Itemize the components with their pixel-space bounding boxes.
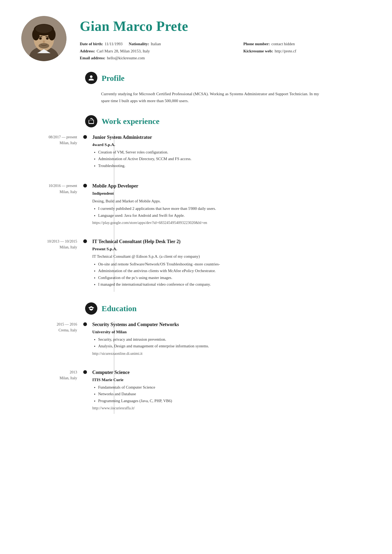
address-label: Address: [80, 48, 95, 54]
bullet-item: I currently published 2 applications tha… [98, 206, 371, 212]
phone-item: Phone number: contact hidden [243, 41, 371, 47]
bullet-item: Networks and Database [98, 391, 371, 397]
entry-dot-3 [83, 239, 87, 243]
header-info: Gian Marco Prete Date of birth: 11/11/19… [80, 16, 371, 61]
address-item: Address: Carl Marx 28, Milan 20153, Ital… [80, 48, 235, 54]
work-entry-2: 10/2016 — present Milan, Italy Mobile Ap… [21, 182, 371, 228]
edu-bullets-1: Security, privacy and intrusion preventi… [98, 336, 371, 349]
edu-bullets-2: Fundamentals of Computer Science Network… [98, 384, 371, 404]
dob-item: Date of birth: 11/11/1993 Nationality: I… [80, 41, 235, 47]
edu-date-2: 2013 Milan, Italy [21, 369, 85, 414]
nationality-label: Nationality: [129, 41, 149, 47]
bullet-item: Creation of VM, Server roles configurati… [98, 149, 371, 155]
edu-entry-2: 2013 Milan, Italy Computer Science ITIS … [21, 369, 371, 414]
edu-content-1: Security Systems and Computer Networks U… [92, 321, 371, 359]
entry-dot-1 [83, 135, 87, 139]
address-value: Carl Marx 28, Milan 20153, Italy [97, 48, 150, 54]
full-name: Gian Marco Prete [80, 16, 371, 37]
phone-label: Phone number: [243, 41, 270, 47]
work-header: Work experience [85, 115, 371, 127]
web-label: Kickresume web: [243, 48, 273, 54]
bullet-item: Administration of the antivirus clients … [98, 268, 371, 274]
work-title: Work experience [102, 115, 159, 127]
profile-icon [85, 72, 97, 84]
entry-bullets-2: I currently published 2 applications tha… [98, 206, 371, 218]
entry-content-1: Junior System Administrator 4ward S.p.A.… [92, 134, 371, 173]
profile-section: Profile Currently studying for Microsoft… [21, 72, 371, 105]
education-header: Education [85, 302, 371, 315]
web-value: http://prete.cf [275, 48, 296, 54]
education-section: Education 2015 — 2016 Crema, Italy Secur… [21, 302, 371, 414]
entry-content-2: Mobile App Developer Indipendent Desing,… [92, 182, 371, 228]
bullet-item: Security, privacy and intrusion preventi… [98, 336, 371, 343]
edu-date-1: 2015 — 2016 Crema, Italy [21, 321, 85, 359]
work-section: Work experience 08/2017 — present Milan,… [21, 115, 371, 292]
nationality-value: Italian [151, 41, 161, 47]
svg-point-14 [39, 43, 49, 48]
web-item: Kickresume web: http://prete.cf [243, 48, 371, 54]
work-entry-3: 10/2013 — 10/2015 Milan, Italy IT Techni… [21, 238, 371, 292]
education-title: Education [102, 302, 137, 314]
profile-header: Profile [85, 72, 371, 84]
avatar [21, 16, 66, 61]
entry-bullets-3: On-site and remote Software/Network/OS T… [98, 261, 371, 288]
education-icon [85, 302, 97, 315]
edu-entry-1: 2015 — 2016 Crema, Italy Security System… [21, 321, 371, 359]
bullet-item: Administration of Active Directory, SCCM… [98, 156, 371, 162]
contact-grid: Date of birth: 11/11/1993 Nationality: I… [80, 41, 371, 61]
svg-point-8 [35, 24, 52, 33]
edu-dot-1 [83, 322, 87, 326]
edu-content-2: Computer Science ITIS Marie Curie Fundam… [92, 369, 371, 414]
email-value: hello@kickresume.com [107, 55, 145, 61]
header: Gian Marco Prete Date of birth: 11/11/19… [21, 16, 371, 61]
phone-value: contact hidden [272, 41, 295, 47]
entry-date-1: 08/2017 — present Milan, Italy [21, 134, 85, 173]
bullet-item: Language used: Java for Android and Swif… [98, 213, 371, 219]
entry-bullets-1: Creation of VM, Server roles configurati… [98, 149, 371, 169]
bullet-item: Troubleshooting. [98, 163, 371, 169]
entry-dot-2 [83, 184, 87, 188]
dob-value: 11/11/1993 [105, 41, 122, 47]
bullet-item: I managed the international/national vid… [98, 281, 371, 288]
email-label: Email address: [80, 55, 105, 61]
svg-point-9 [39, 38, 42, 40]
bullet-item: Programming Languages (Java, C, PHP, VB6… [98, 398, 371, 404]
profile-text: Currently studying for Microsoft Certifi… [101, 90, 319, 105]
svg-point-13 [43, 40, 45, 43]
bullet-item: Analysis, Design and management of enter… [98, 343, 371, 349]
email-item: Email address: hello@kickresume.com [80, 55, 235, 61]
bullet-item: Fundamentals of Computer Science [98, 384, 371, 390]
work-entry-1: 08/2017 — present Milan, Italy Junior Sy… [21, 134, 371, 173]
work-entries: 08/2017 — present Milan, Italy Junior Sy… [21, 134, 371, 292]
education-entries: 2015 — 2016 Crema, Italy Security System… [21, 321, 371, 414]
bullet-item: Configuration of the pc's using master i… [98, 275, 371, 281]
entry-date-3: 10/2013 — 10/2015 Milan, Italy [21, 238, 85, 292]
svg-point-10 [46, 38, 49, 40]
dob-label: Date of birth: [80, 41, 103, 47]
work-icon [85, 115, 97, 127]
entry-date-2: 10/2016 — present Milan, Italy [21, 182, 85, 228]
profile-title: Profile [102, 72, 124, 84]
entry-content-3: IT Technical Consultant (Help Desk Tier … [92, 238, 371, 292]
edu-dot-2 [83, 370, 87, 374]
resume-page: Gian Marco Prete Date of birth: 11/11/19… [0, 0, 392, 554]
bullet-item: On-site and remote Software/Network/OS T… [98, 261, 371, 267]
